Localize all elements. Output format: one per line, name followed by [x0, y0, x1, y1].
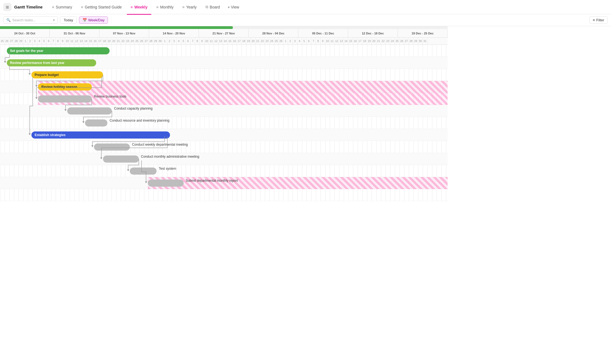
task-bar[interactable]: Establish strategies [31, 131, 170, 139]
tab-getting-started-label: Getting Started Guide [85, 5, 122, 9]
day-cell: 2 [28, 38, 33, 45]
search-box[interactable]: 🔍 Search tasks... ▾ [3, 16, 58, 24]
tab-getting-started[interactable]: ≡ Getting Started Guide [77, 3, 126, 11]
day-cell: 4 [177, 38, 181, 45]
tab-yearly[interactable]: ≡ Yearly [178, 3, 201, 11]
task-bar[interactable] [94, 143, 130, 151]
task-label: Conduct resource and inventory planning [110, 117, 169, 124]
day-cell: 19 [107, 38, 111, 45]
task-bar[interactable] [130, 168, 157, 175]
day-cell: 3 [293, 38, 297, 45]
day-cell: 21 [116, 38, 121, 45]
day-cell: 5 [302, 38, 307, 45]
day-cell: 25 [0, 38, 5, 45]
tab-monthly[interactable]: ≡ Monthly [152, 3, 177, 11]
add-view-button[interactable]: + View [225, 3, 242, 11]
day-cell: 10 [325, 38, 330, 45]
day-cell: 28 [149, 38, 153, 45]
week-cell: 24 Oct - 30 Oct [0, 29, 50, 37]
add-view-label: + View [228, 5, 239, 9]
week-day-button[interactable]: 📅 Week/Day [79, 16, 108, 24]
day-cell: 8 [195, 38, 200, 45]
task-bar[interactable]: Review performance from last year [7, 59, 96, 66]
day-cell: 26 [5, 38, 9, 45]
day-cell: 16 [93, 38, 98, 45]
today-button[interactable]: Today [60, 16, 77, 24]
day-cell: 3 [172, 38, 177, 45]
guide-icon: ≡ [81, 5, 83, 9]
day-cell: 21 [376, 38, 381, 45]
task-bar[interactable]: Set goals for the year [7, 47, 110, 54]
day-cell: 15 [348, 38, 353, 45]
day-cell: 17 [358, 38, 362, 45]
task-bar[interactable]: Prepare budget [31, 71, 103, 78]
tab-summary[interactable]: ≡ Summary [48, 3, 76, 11]
tab-weekly-label: Weekly [134, 5, 148, 9]
day-cell: 21 [255, 38, 260, 45]
task-bar[interactable]: Review holiday season [38, 83, 92, 90]
day-cell: 18 [242, 38, 246, 45]
task-bar[interactable] [38, 95, 92, 102]
weekly-icon: ≡ [131, 5, 133, 9]
day-cell: 9 [200, 38, 204, 45]
gantt-wrapper: 24 Oct - 30 Oct31 Oct - 06 Nov07 Nov - 1… [0, 26, 448, 201]
monthly-icon: ≡ [156, 5, 158, 9]
day-cell: 15 [228, 38, 232, 45]
day-cell: 23 [386, 38, 390, 45]
task-bar[interactable] [67, 107, 112, 115]
day-cell: 17 [98, 38, 102, 45]
day-cell: 12 [214, 38, 218, 45]
day-cell: 24 [130, 38, 135, 45]
tab-weekly[interactable]: ≡ Weekly [127, 3, 151, 11]
day-cell: 9 [321, 38, 325, 45]
day-cell: 20 [111, 38, 116, 45]
task-bar[interactable] [103, 155, 139, 163]
gantt-area: Set goals for the yearReview performance… [0, 45, 448, 201]
day-cell: 31 [423, 38, 427, 45]
task-label: Conduct capacity planning [114, 105, 153, 112]
task-label: Conduct weekly departmental meeting [132, 141, 188, 148]
day-cell: 1 [23, 38, 28, 45]
day-cell: 13 [79, 38, 84, 45]
tab-board[interactable]: ⧉ Board [202, 3, 224, 11]
gantt-row [0, 165, 448, 177]
day-cell: 29 [413, 38, 418, 45]
week-headers: 24 Oct - 30 Oct31 Oct - 06 Nov07 Nov - 1… [0, 29, 448, 38]
day-cell: 1 [283, 38, 288, 45]
app-title: Gantt Timeline [14, 5, 43, 9]
day-cell: 2 [288, 38, 293, 45]
task-label: Conduct monthly administrative meeting [141, 153, 199, 160]
day-cell: 20 [372, 38, 376, 45]
task-bar[interactable] [85, 119, 107, 127]
day-cell: 1 [163, 38, 167, 45]
filter-button[interactable]: ≡ Filter [589, 16, 608, 24]
day-cell: 30 [418, 38, 423, 45]
day-cell: 28 [14, 38, 19, 45]
day-cell: 18 [102, 38, 107, 45]
task-bar[interactable] [148, 180, 184, 187]
today-label: Today [64, 18, 73, 22]
day-cell: 2 [167, 38, 172, 45]
day-cell: 25 [274, 38, 279, 45]
day-cell: 7 [51, 38, 56, 45]
gantt-row [0, 189, 448, 201]
day-cell: 15 [88, 38, 93, 45]
day-cell: 13 [218, 38, 223, 45]
calendar-icon: 📅 [83, 18, 87, 22]
week-cell: 12 Dec - 18 Dec [348, 29, 398, 37]
day-cell: 28 [409, 38, 413, 45]
gantt-row [0, 153, 448, 165]
day-cell: 25 [135, 38, 139, 45]
progress-bar-row [0, 26, 448, 29]
day-cell: 6 [46, 38, 51, 45]
day-cell: 19 [367, 38, 372, 45]
tab-monthly-label: Monthly [160, 5, 174, 9]
day-cell: 26 [139, 38, 144, 45]
day-cell: 3 [33, 38, 37, 45]
tab-summary-label: Summary [56, 5, 72, 9]
day-cell: 29 [153, 38, 158, 45]
yearly-icon: ≡ [182, 5, 184, 9]
toolbar: 🔍 Search tasks... ▾ Today 📅 Week/Day ≡ F… [0, 14, 611, 26]
day-cell: 23 [265, 38, 269, 45]
day-cell: 18 [362, 38, 367, 45]
